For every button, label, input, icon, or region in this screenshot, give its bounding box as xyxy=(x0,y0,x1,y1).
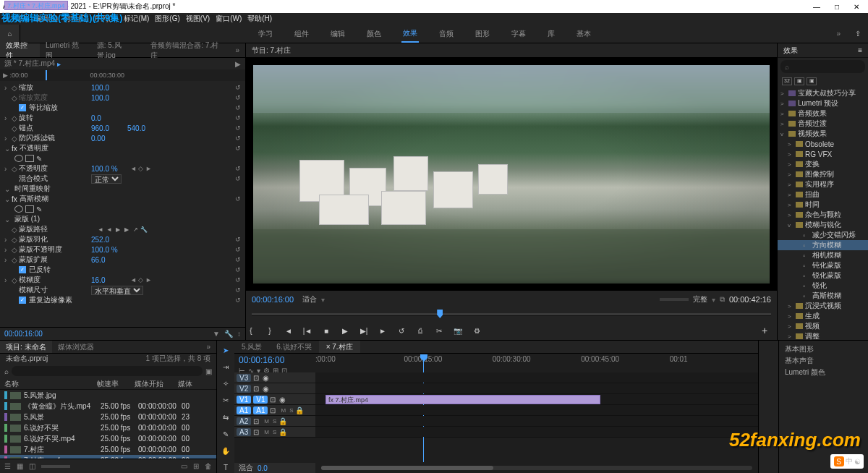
audio-track[interactable]: A3⊡MS🔒 xyxy=(234,427,758,438)
ripple-tool-icon[interactable]: ✧ xyxy=(220,378,231,389)
video-track[interactable]: V2⊡◉ xyxy=(234,383,758,394)
effects-tree-item[interactable]: >沉浸式视频 xyxy=(778,301,868,311)
playhead-icon[interactable] xyxy=(46,70,47,80)
effects-tree-item[interactable]: v模糊与锐化 xyxy=(778,220,868,230)
property-row[interactable]: ✓等比缩放↺ xyxy=(0,103,245,113)
sequence-tab[interactable]: 6.说好不哭 xyxy=(269,341,318,353)
project-item[interactable]: 5.风景25.00 fps00:00:00:0023 xyxy=(0,412,216,422)
effects-tree-item[interactable]: >音频效果 xyxy=(778,108,868,119)
effects-tree-item[interactable]: >宝藏大叔技巧分享 xyxy=(778,88,868,98)
workspace-tab[interactable]: 字幕 xyxy=(510,25,527,43)
menu-item[interactable]: 视图(V) xyxy=(184,14,211,24)
icon-view-icon[interactable]: ▦ xyxy=(17,462,23,470)
trash-icon[interactable]: 🗑 xyxy=(205,462,212,470)
property-row[interactable]: ⌄蒙版 (1) xyxy=(0,214,245,224)
effects-tree-item[interactable]: >扭曲 xyxy=(778,189,868,200)
panel-tab[interactable]: 效果控件 xyxy=(0,43,40,57)
playhead-icon[interactable] xyxy=(437,310,443,318)
project-item[interactable]: 6.说好不哭25.00 fps00:00:00:0000 xyxy=(0,422,216,433)
effects-tree-item[interactable]: ▫锐化蒙版 xyxy=(778,270,868,281)
video-track[interactable]: V3⊡◉ xyxy=(234,372,758,383)
sequence-tab[interactable]: 5.风景 xyxy=(234,341,269,353)
panel-tab[interactable]: 基本声音 xyxy=(779,355,868,367)
transport-button[interactable]: ▶| xyxy=(359,327,369,335)
timeline-ruler[interactable]: :00:0000:00:15:0000:00:30:0000:00:45:000… xyxy=(315,354,758,372)
property-row[interactable]: ›◇蒙版扩展66.0↺ xyxy=(0,255,245,265)
new-item-icon[interactable]: ⊞ xyxy=(193,462,199,470)
effects-tree-item[interactable]: ▫钝化蒙版 xyxy=(778,260,868,270)
transport-button[interactable]: ↺ xyxy=(396,327,407,335)
badge-accel[interactable]: ▣ xyxy=(807,77,817,85)
effects-tree-item[interactable]: ▫减少交错闪烁 xyxy=(778,230,868,240)
panel-tab[interactable]: 音频剪辑混合器: 7.村庄 xyxy=(145,43,229,57)
hand-tool-icon[interactable]: ✋ xyxy=(220,446,231,456)
transport-button[interactable]: 📷 xyxy=(453,327,463,335)
property-row[interactable]: ◇蒙版路径◄◄▶▶↗🔧 xyxy=(0,224,245,234)
effects-tree-item[interactable]: v视频效果 xyxy=(778,129,868,139)
property-row[interactable]: ⌄fx不透明度↺ xyxy=(0,143,245,153)
effects-tree-item[interactable]: ▫方向模糊 xyxy=(778,240,868,250)
new-bin-icon[interactable]: ▭ xyxy=(181,462,187,470)
property-row[interactable]: 模糊尺寸水平和垂直↺ xyxy=(0,285,245,295)
minimize-button[interactable]: — xyxy=(813,3,820,11)
property-row[interactable]: ›◇蒙版不透明度100.0 %↺ xyxy=(0,244,245,255)
effects-tree-item[interactable]: ▫高斯模糊 xyxy=(778,291,868,301)
workspace-tab[interactable]: 基本 xyxy=(575,25,592,43)
project-search[interactable] xyxy=(12,366,203,376)
property-row[interactable]: ✎ xyxy=(0,204,245,214)
effects-tree-item[interactable]: >杂色与颗粒 xyxy=(778,210,868,220)
expand-icon[interactable]: ↕ xyxy=(237,330,241,338)
property-row[interactable]: 混合模式正常↺ xyxy=(0,174,245,184)
property-row[interactable]: ✓重复边缘像素↺ xyxy=(0,295,245,305)
effects-tree-item[interactable]: >时间 xyxy=(778,200,868,210)
menu-item[interactable]: 帮助(H) xyxy=(246,14,273,24)
workspace-tab[interactable]: 组件 xyxy=(293,25,310,43)
effects-tree-item[interactable]: >实用程序 xyxy=(778,179,868,189)
property-row[interactable]: ›◇不透明度100.0 %◄ ◇ ►↺ xyxy=(0,163,245,174)
razor-tool-icon[interactable]: ✂ xyxy=(220,395,231,406)
audio-track[interactable]: A2⊡MS🔒 xyxy=(234,416,758,427)
transport-button[interactable]: ▶ xyxy=(340,327,350,335)
panel-tab[interactable]: 基本图形 xyxy=(779,344,868,355)
effects-tree-item[interactable]: >Lumetri 预设 xyxy=(778,98,868,108)
project-item[interactable]: 5.风景.jpg xyxy=(0,390,216,401)
wrench-icon[interactable]: 🔧 xyxy=(224,330,233,338)
project-item[interactable]: 《黄金瞳》片头.mp425.00 fps00:00:00:0000 xyxy=(0,401,216,412)
panel-tab[interactable]: Lumetri 颜色 xyxy=(779,367,868,378)
project-item[interactable]: 6.说好不哭.mp425.00 fps00:00:00:0000 xyxy=(0,433,216,444)
transport-button[interactable]: |◄ xyxy=(302,327,312,335)
dropdown[interactable]: 正常 xyxy=(91,174,122,184)
effects-tree-item[interactable]: >图像控制 xyxy=(778,169,868,179)
transport-button[interactable]: ⎙ xyxy=(415,327,425,335)
workspace-tab[interactable]: 效果 xyxy=(401,25,419,43)
workspace-tab[interactable]: 学习 xyxy=(257,25,274,43)
selection-tool-icon[interactable]: ➤ xyxy=(220,345,231,356)
add-button[interactable]: + xyxy=(760,325,770,336)
property-row[interactable]: ⌄时间重映射 xyxy=(0,184,245,194)
timeline-timecode[interactable]: 00:00:16:00 xyxy=(239,355,311,365)
effects-tree-item[interactable]: >Obsolete xyxy=(778,139,868,149)
transport-button[interactable]: ◄ xyxy=(284,327,294,335)
list-view-icon[interactable]: ☰ xyxy=(4,462,11,470)
filter-icon[interactable]: ▼ xyxy=(213,330,220,338)
property-row[interactable]: ⌄fx高斯模糊↺ xyxy=(0,194,245,204)
workspace-tab[interactable]: 图形 xyxy=(474,25,491,43)
quality-slider[interactable] xyxy=(660,298,689,301)
dropdown[interactable]: 水平和垂直 xyxy=(91,286,143,295)
property-row[interactable]: ✎ xyxy=(0,153,245,163)
bin-icon[interactable]: ▣ xyxy=(205,367,212,375)
program-timecode[interactable]: 00:00:16:00 xyxy=(252,295,294,304)
effects-tree-item[interactable]: >视频 xyxy=(778,321,868,331)
workspace-tab[interactable]: 编辑 xyxy=(329,25,346,43)
badge-yuv[interactable]: ▣ xyxy=(794,77,804,85)
ellipse-mask-icon[interactable] xyxy=(14,205,23,213)
audio-track[interactable]: A1A1⊡MS🔒 xyxy=(234,405,758,416)
effects-tree-item[interactable]: >RG VFX xyxy=(778,149,868,159)
timecode[interactable]: 00:00:16:00 xyxy=(4,330,43,338)
transport-button[interactable]: { xyxy=(246,327,256,335)
maximize-button[interactable]: □ xyxy=(835,3,839,11)
slip-tool-icon[interactable]: ⇆ xyxy=(220,412,231,423)
workspace-tab[interactable]: 库 xyxy=(546,25,556,43)
effect-controls-timeline[interactable]: ▶ :00:00 00:00:30:00 xyxy=(0,69,245,81)
property-row[interactable]: ◇锚点960.0540.0↺ xyxy=(0,123,245,133)
